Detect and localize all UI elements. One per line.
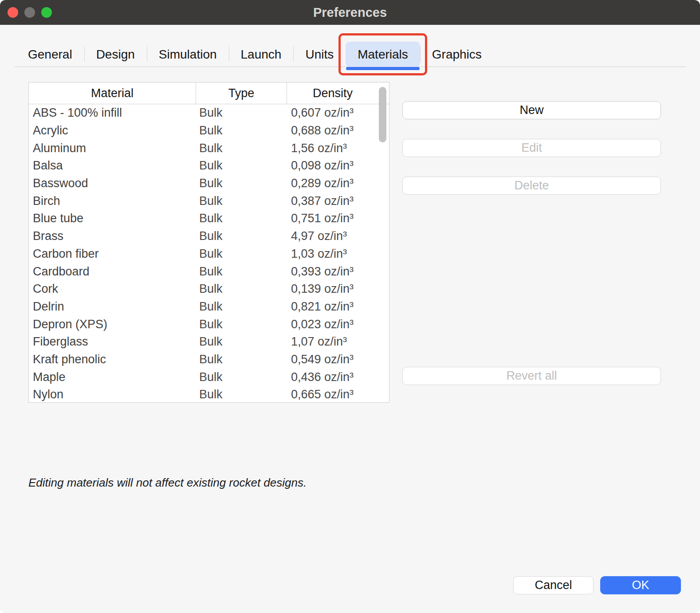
preferences-window: Preferences GeneralDesignSimulationLaunc… bbox=[0, 0, 700, 613]
table-row[interactable]: Kraft phenolicBulk0,549 oz/in³ bbox=[29, 351, 389, 369]
cell-material: Cardboard bbox=[29, 265, 196, 279]
delete-button[interactable]: Delete bbox=[402, 177, 661, 195]
table-row[interactable]: MapleBulk0,436 oz/in³ bbox=[29, 368, 389, 386]
cell-density: 0,393 oz/in³ bbox=[287, 265, 378, 279]
cell-material: Aluminum bbox=[29, 141, 196, 155]
cell-type: Bulk bbox=[196, 106, 287, 120]
cell-material: Brass bbox=[29, 229, 196, 243]
cell-material: ABS - 100% infill bbox=[29, 106, 196, 120]
tab-launch[interactable]: Launch bbox=[229, 42, 294, 67]
table-row[interactable]: NylonBulk0,665 oz/in³ bbox=[29, 386, 389, 403]
column-header-type: Type bbox=[196, 83, 287, 104]
cell-material: Balsa bbox=[29, 159, 196, 173]
cell-material: Blue tube bbox=[29, 212, 196, 225]
ok-button[interactable]: OK bbox=[600, 576, 681, 594]
window-title: Preferences bbox=[313, 5, 387, 20]
tab-units[interactable]: Units bbox=[293, 42, 346, 67]
tab-materials[interactable]: Materials bbox=[346, 42, 420, 67]
cell-type: Bulk bbox=[196, 159, 287, 173]
table-body: ABS - 100% infillBulk0,607 oz/in³Acrylic… bbox=[29, 104, 389, 403]
cell-type: Bulk bbox=[196, 247, 287, 261]
zoom-button[interactable] bbox=[41, 7, 52, 18]
revert-all-button[interactable]: Revert all bbox=[402, 367, 661, 385]
cell-type: Bulk bbox=[196, 318, 287, 331]
table-row[interactable]: BirchBulk0,387 oz/in³ bbox=[29, 192, 389, 210]
cell-material: Maple bbox=[29, 370, 196, 384]
cell-type: Bulk bbox=[196, 353, 287, 366]
table-header: Material Type Density bbox=[29, 83, 389, 104]
table-row[interactable]: Depron (XPS)Bulk0,023 oz/in³ bbox=[29, 315, 389, 333]
materials-table: Material Type Density ABS - 100% infillB… bbox=[28, 82, 389, 403]
cell-density: 0,289 oz/in³ bbox=[287, 177, 378, 190]
cell-density: 1,56 oz/in³ bbox=[287, 141, 378, 155]
cell-type: Bulk bbox=[196, 229, 287, 243]
table-row[interactable]: DelrinBulk0,821 oz/in³ bbox=[29, 298, 389, 316]
tab-simulation[interactable]: Simulation bbox=[147, 42, 229, 67]
titlebar: Preferences bbox=[0, 0, 700, 25]
cell-density: 0,139 oz/in³ bbox=[287, 282, 378, 296]
table-row[interactable]: BasswoodBulk0,289 oz/in³ bbox=[29, 175, 389, 193]
cell-type: Bulk bbox=[196, 265, 287, 279]
cell-type: Bulk bbox=[196, 388, 287, 401]
cell-type: Bulk bbox=[196, 124, 287, 138]
cell-material: Carbon fiber bbox=[29, 247, 196, 261]
cell-material: Depron (XPS) bbox=[29, 318, 196, 331]
table-row[interactable]: FiberglassBulk1,07 oz/in³ bbox=[29, 333, 389, 351]
cell-type: Bulk bbox=[196, 177, 287, 190]
table-row[interactable]: AluminumBulk1,56 oz/in³ bbox=[29, 139, 389, 157]
cell-material: Birch bbox=[29, 194, 196, 208]
cell-density: 0,688 oz/in³ bbox=[287, 124, 378, 138]
cell-density: 0,751 oz/in³ bbox=[287, 212, 378, 225]
cell-density: 0,665 oz/in³ bbox=[287, 388, 378, 401]
cell-density: 1,03 oz/in³ bbox=[287, 247, 378, 261]
cell-type: Bulk bbox=[196, 335, 287, 349]
traffic-lights bbox=[8, 7, 52, 18]
cell-density: 0,387 oz/in³ bbox=[287, 194, 378, 208]
cell-type: Bulk bbox=[196, 370, 287, 384]
new-button[interactable]: New bbox=[402, 101, 661, 119]
cell-type: Bulk bbox=[196, 282, 287, 296]
cell-density: 0,821 oz/in³ bbox=[287, 300, 378, 314]
materials-note: Editing materials will not affect existi… bbox=[28, 476, 307, 490]
cell-type: Bulk bbox=[196, 212, 287, 225]
cell-density: 4,97 oz/in³ bbox=[287, 229, 378, 243]
cell-density: 0,549 oz/in³ bbox=[287, 353, 378, 366]
table-row[interactable]: AcrylicBulk0,688 oz/in³ bbox=[29, 122, 389, 140]
column-header-material: Material bbox=[29, 83, 196, 104]
cell-density: 0,607 oz/in³ bbox=[287, 106, 378, 120]
table-scrollbar-thumb[interactable] bbox=[379, 87, 386, 142]
cell-material: Acrylic bbox=[29, 124, 196, 138]
tab-bar: GeneralDesignSimulationLaunchUnitsMateri… bbox=[16, 42, 494, 67]
table-row[interactable]: Blue tubeBulk0,751 oz/in³ bbox=[29, 210, 389, 228]
close-button[interactable] bbox=[8, 7, 18, 18]
cell-density: 1,07 oz/in³ bbox=[287, 335, 378, 349]
cell-material: Kraft phenolic bbox=[29, 353, 196, 366]
tab-design[interactable]: Design bbox=[84, 42, 147, 67]
cell-material: Fiberglass bbox=[29, 335, 196, 349]
table-row[interactable]: BalsaBulk0,098 oz/in³ bbox=[29, 157, 389, 175]
table-row[interactable]: CardboardBulk0,393 oz/in³ bbox=[29, 263, 389, 280]
table-row[interactable]: CorkBulk0,139 oz/in³ bbox=[29, 280, 389, 298]
cell-density: 0,023 oz/in³ bbox=[287, 318, 378, 331]
cell-material: Basswood bbox=[29, 177, 196, 190]
table-row[interactable]: Carbon fiberBulk1,03 oz/in³ bbox=[29, 245, 389, 263]
cell-density: 0,098 oz/in³ bbox=[287, 159, 378, 173]
cancel-button[interactable]: Cancel bbox=[513, 576, 594, 594]
edit-button[interactable]: Edit bbox=[402, 139, 661, 157]
tab-graphics[interactable]: Graphics bbox=[420, 42, 494, 67]
table-row[interactable]: ABS - 100% infillBulk0,607 oz/in³ bbox=[29, 104, 389, 122]
cell-type: Bulk bbox=[196, 194, 287, 208]
minimize-button[interactable] bbox=[24, 7, 35, 18]
cell-density: 0,436 oz/in³ bbox=[287, 370, 378, 384]
cell-type: Bulk bbox=[196, 300, 287, 314]
cell-material: Cork bbox=[29, 282, 196, 296]
column-header-density: Density bbox=[287, 83, 378, 104]
cell-material: Delrin bbox=[29, 300, 196, 314]
tab-general[interactable]: General bbox=[16, 42, 84, 67]
cell-material: Nylon bbox=[29, 388, 196, 401]
table-row[interactable]: BrassBulk4,97 oz/in³ bbox=[29, 228, 389, 245]
cell-type: Bulk bbox=[196, 141, 287, 155]
